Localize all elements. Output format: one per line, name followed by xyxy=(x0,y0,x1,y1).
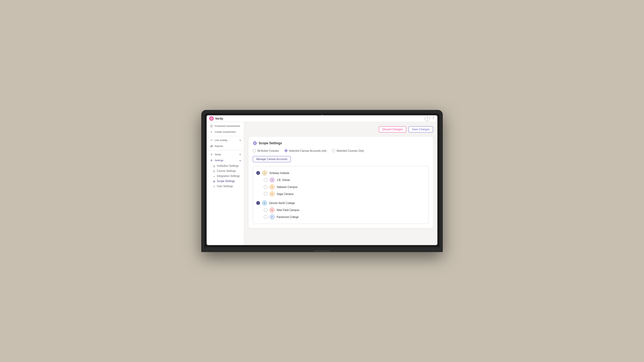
scope-settings-card: Scope Settings All Active Courses xyxy=(248,137,433,228)
settings-label: Settings xyxy=(215,159,224,162)
sidebar-sub-scope-settings[interactable]: Scope Settings xyxy=(207,179,244,184)
laptop-bottom-bar xyxy=(204,247,440,252)
saga-checkbox[interactable] xyxy=(264,192,268,196)
activity-chevron: ▾ xyxy=(240,139,241,142)
denver-name: Denver North College xyxy=(269,202,295,205)
svg-point-26 xyxy=(254,142,256,144)
course-icon xyxy=(213,170,215,172)
svg-point-14 xyxy=(211,160,212,161)
newfield-checkbox[interactable] xyxy=(264,208,268,212)
svg-point-24 xyxy=(214,186,215,187)
list-item: ✓ Y Yorkway Institute xyxy=(256,169,425,176)
panamont-avatar: P xyxy=(270,215,275,219)
app-body: Proctored Assessments Create Assessment xyxy=(207,122,437,245)
top-bar: Verity ? ↗ xyxy=(207,115,437,122)
sabaran-name: Sabaran Campus xyxy=(277,186,298,189)
logo-icon xyxy=(209,116,214,121)
activity-icon xyxy=(210,139,213,142)
main-content: Discard Changes Save Changes xyxy=(244,122,437,245)
svg-point-9 xyxy=(211,154,212,155)
list-item: S Sabaran Campus xyxy=(256,183,425,190)
screen-bezel: Verity ? ↗ xyxy=(204,113,440,247)
sidebar-item-proctored-assessments[interactable]: Proctored Assessments xyxy=(207,123,244,129)
live-activity-label: Live Activity xyxy=(215,139,227,142)
sidebar-divider-2 xyxy=(207,150,244,150)
radio-all-label: All Active Courses xyxy=(257,149,279,152)
institution-icon xyxy=(213,165,215,167)
sabaran-avatar: S xyxy=(270,184,275,189)
radio-courses-only[interactable]: Selected Courses Only xyxy=(332,149,364,152)
sidebar-sub-institution-settings[interactable]: Institution Settings xyxy=(207,163,244,168)
svg-rect-15 xyxy=(213,166,215,167)
panamont-checkbox[interactable] xyxy=(264,215,268,219)
sidebar-sub-integration-settings[interactable]: Integration Settings xyxy=(207,173,244,179)
list-item: S Saga Campus xyxy=(256,190,425,197)
svg-rect-16 xyxy=(213,171,215,172)
panamont-name: Panamont College xyxy=(277,216,299,219)
radio-courses-circle xyxy=(332,149,335,152)
sidebar-sub-course-settings[interactable]: Course Settings xyxy=(207,168,244,173)
jb-avatar: J xyxy=(270,178,275,182)
sidebar: Proctored Assessments Create Assessment xyxy=(207,122,244,245)
sidebar-item-setup[interactable]: Setup ▾ xyxy=(207,152,244,157)
trackpad-indicator xyxy=(314,250,330,252)
jb-checkbox[interactable] xyxy=(264,178,268,182)
scope-settings-label: Scope Settings xyxy=(217,180,235,183)
yorkway-avatar: Y xyxy=(262,171,267,175)
plus-icon xyxy=(210,130,213,134)
toolbar: Discard Changes Save Changes xyxy=(248,126,433,132)
list-item: P Panamont College xyxy=(256,213,425,220)
save-changes-button[interactable]: Save Changes xyxy=(408,126,433,132)
accounts-list: ✓ Y Yorkway Institute J J.B. Orlean xyxy=(253,166,429,224)
scope-settings-title: Scope Settings xyxy=(253,141,429,145)
setup-icon xyxy=(210,153,213,156)
reports-icon xyxy=(210,145,213,148)
yorkway-checkbox[interactable]: ✓ xyxy=(256,171,260,175)
proctored-assessments-label: Proctored Assessments xyxy=(215,125,240,127)
external-link-button[interactable]: ↗ xyxy=(431,116,435,120)
sidebar-sub-user-settings[interactable]: User Settings xyxy=(207,184,244,189)
discard-changes-button[interactable]: Discard Changes xyxy=(379,126,407,132)
integration-icon xyxy=(213,175,215,177)
radio-group: All Active Courses Selected Canvas Accou… xyxy=(253,149,429,152)
svg-rect-8 xyxy=(212,145,213,147)
institution-settings-label: Institution Settings xyxy=(217,164,239,167)
app-logo: Verity xyxy=(209,116,223,121)
sabaran-checkbox[interactable] xyxy=(264,185,268,189)
sidebar-item-settings[interactable]: Settings ▴ xyxy=(207,157,244,163)
svg-rect-7 xyxy=(211,145,212,147)
yorkway-name: Yorkway Institute xyxy=(269,172,289,175)
proctored-icon xyxy=(210,124,213,128)
radio-canvas-accounts[interactable]: Selected Canvas Accounts only xyxy=(284,149,327,152)
setup-chevron: ▾ xyxy=(240,153,241,156)
user-icon xyxy=(213,185,215,187)
list-item: ✓ D Denver North College xyxy=(256,200,425,206)
scope-settings-heading: Scope Settings xyxy=(259,141,282,145)
sidebar-item-reports[interactable]: Reports xyxy=(207,143,244,149)
laptop-outer: Verity ? ↗ xyxy=(201,110,443,252)
settings-icon xyxy=(210,159,213,162)
denver-avatar: D xyxy=(262,201,267,205)
svg-rect-6 xyxy=(210,146,211,147)
sidebar-item-create-assessment[interactable]: Create Assessment xyxy=(207,129,244,135)
create-assessment-label: Create Assessment xyxy=(215,131,236,133)
newfield-name: New Field Campus xyxy=(277,209,299,212)
radio-all-active[interactable]: All Active Courses xyxy=(253,149,279,152)
list-item: J J.B. Orlean xyxy=(256,176,425,183)
radio-canvas-circle xyxy=(284,149,288,152)
scope-title-icon xyxy=(253,141,257,145)
saga-name: Saga Campus xyxy=(277,193,294,195)
manage-canvas-accounts-button[interactable]: Manage Canvas Accounts xyxy=(253,156,291,162)
sidebar-item-live-activity[interactable]: Live Activity ▾ xyxy=(207,137,244,143)
denver-checkbox[interactable]: ✓ xyxy=(256,201,260,205)
integration-settings-label: Integration Settings xyxy=(217,175,240,178)
full-app: Verity ? ↗ xyxy=(207,115,437,245)
spacer xyxy=(256,197,425,200)
settings-chevron: ▴ xyxy=(240,159,241,162)
saga-avatar: S xyxy=(270,191,275,196)
radio-all-circle xyxy=(253,149,256,152)
newfield-avatar: N xyxy=(270,208,275,212)
help-button[interactable]: ? xyxy=(425,116,430,121)
svg-point-20 xyxy=(214,176,215,177)
svg-point-22 xyxy=(213,181,215,182)
